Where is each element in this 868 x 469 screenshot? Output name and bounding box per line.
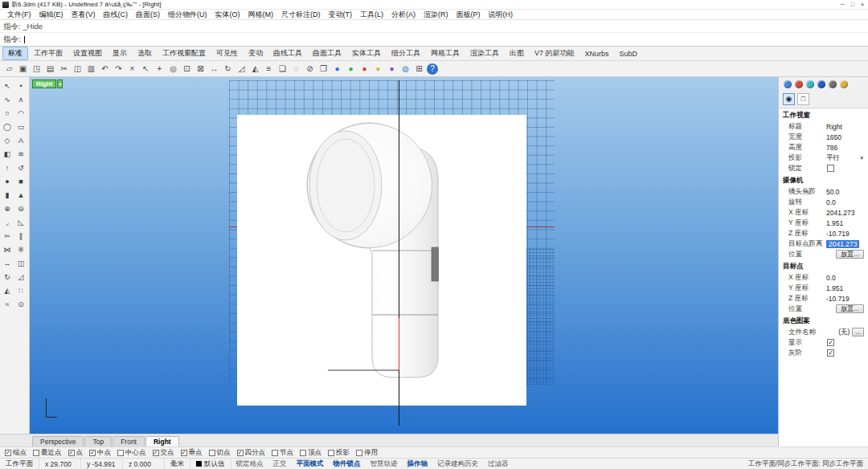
osnap-item-8[interactable]: 切点 (208, 448, 231, 458)
menu-item-5[interactable]: 曲面(S) (132, 10, 164, 20)
surface-icon[interactable]: ◧ (1, 149, 14, 161)
arc-icon[interactable]: ◠ (14, 108, 27, 120)
join-icon[interactable]: ⋈ (1, 244, 14, 256)
layers-tab-icon[interactable] (795, 80, 803, 88)
viewport-title-label[interactable]: Right (32, 80, 56, 88)
detail-properties-tab[interactable]: □ (797, 93, 809, 105)
properties-tab-icon[interactable] (784, 80, 792, 88)
new-file-icon[interactable]: ▱ (2, 63, 16, 75)
select-icon[interactable]: ↖ (139, 63, 153, 75)
menu-item-13[interactable]: 渲染(R) (420, 10, 452, 20)
sphere-icon[interactable]: ● (1, 176, 14, 188)
status-toggle-7[interactable]: 记录建构历史 (432, 459, 483, 469)
osnap-checkbox-12[interactable] (328, 450, 334, 456)
ribbon-tab-14[interactable]: 渲染工具 (465, 47, 504, 59)
menu-item-10[interactable]: 变动(T) (325, 10, 357, 20)
open-file-icon[interactable]: ▣ (16, 63, 30, 75)
rebuild-icon[interactable]: ≈ (1, 299, 14, 311)
lock-object-icon[interactable]: ⊘ (303, 63, 317, 75)
render-blue-sphere-icon[interactable]: ● (330, 63, 344, 75)
trim-icon[interactable]: ✂ (1, 230, 14, 243)
osnap-item-7[interactable]: ✓垂点 (180, 448, 203, 458)
status-toggle-6[interactable]: 操作轴 (403, 459, 433, 469)
height-value[interactable]: 786 (826, 144, 837, 152)
layer-indicator[interactable]: 默认值 (190, 459, 231, 469)
ribbon-tab-16[interactable]: V7 的新功能 (530, 47, 579, 59)
model-fabric-shaver[interactable] (30, 77, 778, 434)
status-toggle-1[interactable]: 锁定格点 (231, 459, 268, 469)
select-arrow-icon[interactable]: ↖ (1, 80, 14, 92)
menu-item-6[interactable]: 细分物件(U) (164, 10, 211, 20)
osnap-item-10[interactable]: 节点 (271, 448, 293, 458)
osnap-item-12[interactable]: 投影 (327, 448, 350, 458)
status-toggle-8[interactable]: 过滤器 (483, 459, 514, 469)
osnap-checkbox-5[interactable] (117, 450, 124, 456)
osnap-item-9[interactable]: ✓四分点 (236, 448, 266, 458)
osnap-checkbox-6[interactable]: ✓ (153, 450, 159, 456)
help-icon[interactable]: ? (427, 63, 438, 75)
display-tab-icon[interactable] (806, 80, 814, 88)
fillet-icon[interactable]: ◞ (1, 217, 14, 229)
menu-item-1[interactable]: 文件(F) (3, 10, 35, 20)
earth-display-icon[interactable]: ◍ (399, 63, 412, 75)
viewport-tab-front[interactable]: Front (113, 436, 145, 447)
viewport-tab-top[interactable]: Top (84, 436, 112, 447)
ellipse-icon[interactable]: ◯ (1, 121, 14, 133)
osnap-checkbox-1[interactable]: ✓ (5, 450, 11, 456)
save-icon[interactable]: ◳ (30, 63, 43, 75)
render-red-sphere-icon[interactable]: ● (358, 63, 371, 75)
text-icon[interactable]: A (14, 135, 27, 147)
status-toggle-3[interactable]: 平面模式 (292, 459, 329, 469)
ribbon-tab-4[interactable]: 显示 (108, 47, 132, 59)
libraries-tab-icon[interactable] (840, 80, 848, 88)
point-icon[interactable]: • (14, 80, 27, 92)
ribbon-tab-3[interactable]: 设置视图 (68, 47, 107, 59)
ribbon-tab-13[interactable]: 网格工具 (426, 47, 465, 59)
ribbon-tab-18[interactable]: SubD (615, 49, 643, 59)
cam_x-value[interactable]: 2041.273 (826, 209, 854, 217)
object-properties-icon[interactable]: ❏ (276, 63, 289, 75)
status-toggle-2[interactable]: 正交 (268, 459, 292, 469)
boolean-difference-icon[interactable]: ⊖ (14, 203, 27, 215)
rendering-tab-icon[interactable] (829, 80, 837, 88)
cone-icon[interactable]: ▲ (14, 190, 27, 202)
grid-snap-icon[interactable]: ⊞ (412, 63, 426, 75)
extrude-icon[interactable]: ↑ (1, 162, 14, 174)
osnap-checkbox-10[interactable] (272, 450, 278, 456)
tgt_y-value[interactable]: 1.951 (826, 284, 843, 292)
copy-icon[interactable]: ◫ (71, 63, 84, 75)
osnap-item-4[interactable]: ✓中点 (88, 448, 111, 458)
osnap-item-1[interactable]: ✓端点 (4, 448, 27, 458)
ribbon-tab-2[interactable]: 工作平面 (29, 47, 68, 59)
viewport-menu-arrow-icon[interactable]: ▾ (57, 80, 63, 88)
rotation-value[interactable]: 0.0 (826, 198, 836, 206)
curve-icon[interactable]: ∿ (1, 94, 14, 106)
osnap-checkbox-2[interactable] (33, 450, 39, 456)
zoom-window-icon[interactable]: ⊡ (180, 63, 194, 75)
minimize-button[interactable]: ─ (841, 2, 845, 7)
osnap-item-11[interactable]: 顶点 (299, 448, 321, 458)
revolve-icon[interactable]: ↺ (14, 162, 27, 174)
undo-icon[interactable]: ↶ (98, 63, 112, 75)
tgt_place-button[interactable]: 放置... (836, 304, 864, 313)
viewport-tab-perspective[interactable]: Perspective (32, 436, 84, 447)
hide-object-icon[interactable]: ◌ (289, 63, 303, 75)
ribbon-tab-1[interactable]: 标准 (2, 47, 28, 60)
ribbon-tab-10[interactable]: 曲面工具 (308, 47, 346, 59)
rotate-object-icon[interactable]: ↻ (1, 271, 14, 283)
menu-item-7[interactable]: 实体(O) (211, 10, 244, 20)
osnap-checkbox-11[interactable] (300, 450, 306, 456)
filename-browse-button[interactable]: ... (852, 328, 864, 336)
ribbon-tab-15[interactable]: 出图 (505, 47, 529, 59)
split-icon[interactable]: ∥ (14, 230, 27, 243)
menu-item-4[interactable]: 曲线(C) (100, 10, 133, 20)
zoom-extents-icon[interactable]: ⊠ (194, 63, 207, 75)
osnap-checkbox-7[interactable]: ✓ (181, 450, 187, 456)
rotate-view-icon[interactable]: ↻ (221, 63, 235, 75)
tgt_z-value[interactable]: -10.719 (826, 295, 850, 303)
render-yellow-sphere-icon[interactable]: ● (371, 63, 385, 75)
move-icon[interactable]: ↔ (207, 63, 221, 75)
menu-item-14[interactable]: 面板(P) (452, 10, 485, 20)
grayscale-checkbox[interactable]: ✓ (827, 349, 834, 357)
menu-item-9[interactable]: 尺寸标注(D) (277, 10, 325, 20)
